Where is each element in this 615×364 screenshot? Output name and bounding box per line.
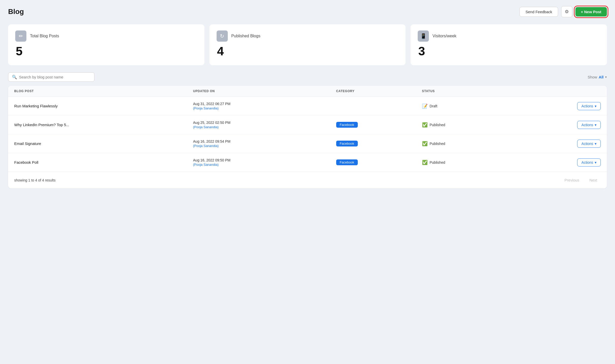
actions-button[interactable]: Actions ▾	[577, 121, 601, 129]
col-blog-post: BLOG POST	[14, 89, 193, 93]
actions-button[interactable]: Actions ▾	[577, 140, 601, 148]
stats-row: ✏ Total Blog Posts 5 ↻ Published Blogs 4…	[8, 24, 607, 65]
updated-author: (Pooja Sanandia)	[193, 144, 336, 148]
status-label: Draft	[430, 104, 437, 108]
blog-post-title: Email Signature	[14, 141, 193, 146]
row-date-3: Aug 16, 2022 09:50 PM (Pooja Sanandia)	[193, 158, 336, 167]
stat-label-total: Total Blog Posts	[30, 34, 59, 38]
next-button: Next	[586, 176, 601, 184]
updated-date: Aug 25, 2022 02:50 PM	[193, 121, 336, 125]
blog-post-title: Why LinkedIn Premium? Top 5...	[14, 123, 193, 127]
table-footer: showing 1 to 4 of 4 results Previous Nex…	[8, 172, 607, 188]
header-actions: Send Feedback ⚙ + New Post	[520, 6, 607, 17]
row-actions-3: Actions ▾	[529, 158, 601, 167]
chevron-down-icon: ▾	[605, 75, 607, 79]
row-actions-2: Actions ▾	[529, 140, 601, 148]
pagination: Previous Next	[561, 176, 601, 184]
updated-date: Aug 31, 2022 06:27 PM	[193, 102, 336, 106]
category-badge: Facebook	[336, 122, 358, 128]
search-input[interactable]	[19, 75, 91, 79]
results-text: showing 1 to 4 of 4 results	[14, 178, 56, 182]
updated-author: (Pooja Sanandia)	[193, 125, 336, 129]
col-category: CATEGORY	[336, 89, 422, 93]
status-label: Published	[430, 160, 445, 164]
row-category-1: Facebook	[336, 122, 422, 128]
search-wrapper: 🔍	[8, 72, 94, 82]
gear-settings-button[interactable]: ⚙	[561, 6, 572, 17]
row-title-2: Email Signature	[14, 141, 193, 146]
stat-value-published: 4	[217, 44, 399, 58]
send-feedback-button[interactable]: Send Feedback	[520, 7, 558, 17]
col-updated-on: UPDATED ON	[193, 89, 336, 93]
page-title: Blog	[8, 8, 24, 16]
row-status-2: ✅ Published	[422, 141, 529, 146]
status-label: Published	[430, 123, 445, 127]
category-badge: Facebook	[336, 159, 358, 165]
toolbar: 🔍 Show All ▾	[8, 72, 607, 82]
row-title-0: Run Marketing Flawlessly	[14, 104, 193, 108]
table-body: Run Marketing Flawlessly Aug 31, 2022 06…	[8, 97, 607, 172]
show-value: All	[599, 75, 604, 79]
updated-author: (Pooja Sanandia)	[193, 163, 336, 167]
category-badge: Facebook	[336, 141, 358, 146]
stat-icon-visitors: 📱	[418, 30, 429, 42]
gear-icon: ⚙	[565, 9, 569, 14]
row-category-2: Facebook	[336, 141, 422, 146]
stat-card-visitors: 📱 Visitors/week 3	[411, 24, 607, 65]
row-status-0: 📝 Draft	[422, 103, 529, 109]
row-date-2: Aug 16, 2022 09:54 PM (Pooja Sanandia)	[193, 139, 336, 148]
stat-card-published: ↻ Published Blogs 4	[209, 24, 406, 65]
updated-date: Aug 16, 2022 09:54 PM	[193, 139, 336, 143]
table-row: Why LinkedIn Premium? Top 5... Aug 25, 2…	[8, 115, 607, 134]
stat-icon-total: ✏	[15, 30, 26, 42]
row-date-0: Aug 31, 2022 06:27 PM (Pooja Sanandia)	[193, 102, 336, 110]
stat-value-visitors: 3	[418, 44, 600, 58]
row-category-3: Facebook	[336, 159, 422, 165]
col-status: STATUS	[422, 89, 529, 93]
stat-card-total: ✏ Total Blog Posts 5	[8, 24, 204, 65]
stat-header-total: ✏ Total Blog Posts	[15, 30, 197, 42]
stat-value-total: 5	[16, 44, 197, 58]
chevron-down-icon: ▾	[595, 142, 596, 146]
blog-post-title: Run Marketing Flawlessly	[14, 104, 193, 108]
actions-button[interactable]: Actions ▾	[577, 158, 601, 167]
row-status-3: ✅ Published	[422, 160, 529, 165]
chevron-down-icon: ▾	[595, 123, 596, 127]
chevron-down-icon: ▾	[595, 160, 596, 164]
stat-label-published: Published Blogs	[231, 34, 261, 38]
previous-button: Previous	[561, 176, 583, 184]
chevron-down-icon: ▾	[595, 104, 596, 108]
blog-table: BLOG POST UPDATED ON CATEGORY STATUS Run…	[8, 86, 607, 188]
table-header: BLOG POST UPDATED ON CATEGORY STATUS	[8, 86, 607, 97]
updated-date: Aug 16, 2022 09:50 PM	[193, 158, 336, 162]
page-header: Blog Send Feedback ⚙ + New Post	[8, 6, 607, 17]
published-icon: ✅	[422, 122, 428, 128]
col-actions	[529, 89, 601, 93]
table-row: Run Marketing Flawlessly Aug 31, 2022 06…	[8, 97, 607, 115]
row-title-3: Facebook Poll	[14, 160, 193, 164]
stat-icon-published: ↻	[217, 30, 228, 42]
table-row: Facebook Poll Aug 16, 2022 09:50 PM (Poo…	[8, 153, 607, 172]
stat-header-visitors: 📱 Visitors/week	[418, 30, 600, 42]
status-label: Published	[430, 142, 445, 146]
published-icon: ✅	[422, 160, 428, 165]
published-icon: ✅	[422, 141, 428, 146]
row-actions-0: Actions ▾	[529, 102, 601, 110]
actions-button[interactable]: Actions ▾	[577, 102, 601, 110]
stat-header-published: ↻ Published Blogs	[217, 30, 399, 42]
show-filter[interactable]: Show All ▾	[588, 75, 607, 79]
draft-icon: 📝	[422, 103, 428, 109]
row-date-1: Aug 25, 2022 02:50 PM (Pooja Sanandia)	[193, 121, 336, 129]
show-label: Show	[588, 75, 597, 79]
new-post-button[interactable]: + New Post	[575, 7, 607, 16]
stat-label-visitors: Visitors/week	[432, 34, 456, 38]
row-actions-1: Actions ▾	[529, 121, 601, 129]
table-row: Email Signature Aug 16, 2022 09:54 PM (P…	[8, 134, 607, 153]
row-status-1: ✅ Published	[422, 122, 529, 128]
row-title-1: Why LinkedIn Premium? Top 5...	[14, 123, 193, 127]
blog-post-title: Facebook Poll	[14, 160, 193, 164]
updated-author: (Pooja Sanandia)	[193, 106, 336, 110]
search-icon: 🔍	[12, 75, 17, 79]
